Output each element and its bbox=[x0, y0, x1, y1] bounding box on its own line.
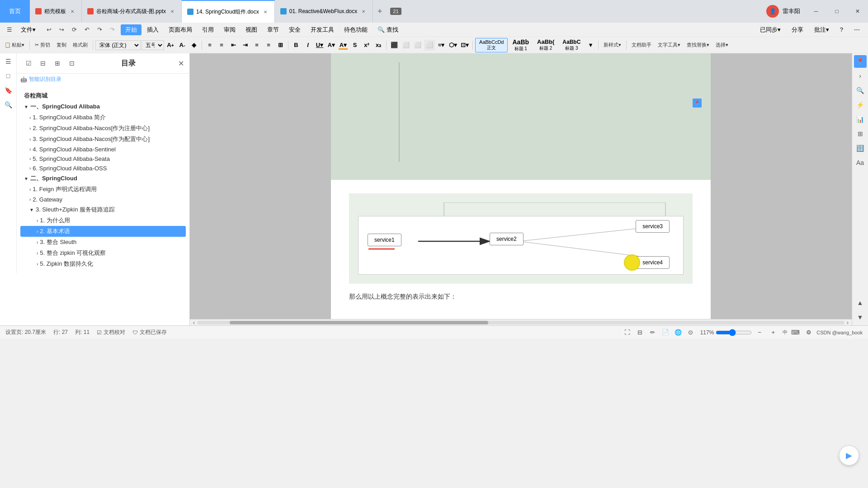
sidebar-search-icon[interactable]: 🔍 bbox=[2, 99, 14, 111]
right-icon-2[interactable]: 🔍 bbox=[854, 84, 867, 97]
cut-button[interactable]: ✂ 剪切 bbox=[32, 41, 53, 49]
menu-insert[interactable]: 插入 bbox=[142, 24, 163, 35]
fullscreen-button[interactable]: ⛶ bbox=[622, 327, 633, 338]
tab-template[interactable]: 稻壳模板 ✕ bbox=[30, 0, 82, 23]
font-color-button[interactable]: A▾ bbox=[326, 40, 337, 51]
toc-item-sleuth-int[interactable]: › 3. 整合 Sleuth bbox=[20, 237, 186, 248]
menu-start[interactable]: 开始 bbox=[121, 24, 142, 35]
toc-item-why[interactable]: › 1. 为什么用 bbox=[20, 215, 186, 226]
redo3-icon[interactable]: ↷ bbox=[106, 24, 118, 36]
list4-button[interactable]: ≡ bbox=[263, 40, 274, 51]
toc-item-1[interactable]: › 1. SpringCloud Alibaba 简介 bbox=[20, 112, 186, 123]
table-button[interactable]: ⊞ bbox=[275, 40, 286, 51]
sidebar-toggle-icon[interactable]: ☰ bbox=[4, 24, 15, 36]
align-left-button[interactable]: ⬛ bbox=[389, 40, 400, 51]
home-tab[interactable]: 首页 bbox=[0, 0, 30, 23]
border-button[interactable]: ⊡▾ bbox=[459, 40, 470, 51]
strikethrough-button[interactable]: S bbox=[349, 40, 360, 51]
copy-button[interactable]: 复制 bbox=[54, 41, 69, 49]
menu-features[interactable]: 待色功能 bbox=[340, 24, 372, 35]
align-center-button[interactable]: ⬜ bbox=[401, 40, 411, 51]
toc-item-feign[interactable]: › 1. Feign 声明式远程调用 bbox=[20, 184, 186, 195]
doc-check-button[interactable]: ☑ 文档校对 bbox=[97, 328, 125, 336]
super-button[interactable]: x² bbox=[361, 40, 372, 51]
line-spacing-button[interactable]: ≡▾ bbox=[436, 40, 447, 51]
list3-button[interactable]: ≡ bbox=[251, 40, 262, 51]
right-icon-1[interactable]: › bbox=[854, 70, 867, 82]
right-icon-bottom-1[interactable]: ▲ bbox=[854, 296, 867, 309]
underline-button[interactable]: U▾ bbox=[314, 40, 325, 51]
font-size-select[interactable]: 五号 bbox=[142, 40, 164, 50]
tab-close-sc[interactable]: ✕ bbox=[262, 8, 269, 15]
toc-item-zipkin[interactable]: › 5. 整合 zipkin 可视化观察 bbox=[20, 248, 186, 258]
menu-file[interactable]: 文件▾ bbox=[16, 24, 40, 35]
horizontal-scrollbar[interactable]: ‹ › bbox=[190, 319, 852, 325]
bullet-list-button[interactable]: ≡ bbox=[204, 40, 215, 51]
scroll-left-button[interactable]: ‹ bbox=[191, 319, 197, 325]
toc-check-icon[interactable]: ☑ bbox=[22, 57, 35, 70]
toc-item-2[interactable]: › 2. SpringCloud Alibaba-Nacos[作为注册中心] bbox=[20, 123, 186, 134]
sidebar-nav-icon[interactable]: ☰ bbox=[2, 55, 14, 68]
toc-collapse-icon[interactable]: ⊟ bbox=[37, 57, 49, 70]
style-h2[interactable]: AaBb( 标题 2 bbox=[533, 38, 558, 52]
toc-item-5[interactable]: › 5. SpringCloud Alibaba-Seata bbox=[20, 154, 186, 164]
format-paint-button[interactable]: 格式刷 bbox=[70, 41, 90, 49]
menu-layout[interactable]: 页面布局 bbox=[164, 24, 197, 35]
font-name-select[interactable]: 宋体 (正文) bbox=[95, 40, 141, 50]
toc-top-item[interactable]: 谷粒商城 bbox=[20, 90, 186, 101]
highlight-button[interactable]: A▾ bbox=[338, 40, 349, 51]
undo-icon[interactable]: ↩ bbox=[43, 24, 55, 36]
web-button[interactable]: 🌐 bbox=[672, 327, 684, 338]
right-icon-4[interactable]: 📊 bbox=[854, 113, 867, 126]
doc-assist-button[interactable]: 文档助手 bbox=[629, 41, 654, 49]
tab-sc[interactable]: 14. SpringCloud组件.docx ✕ bbox=[182, 0, 275, 23]
select-button[interactable]: 选择▾ bbox=[713, 41, 731, 49]
menu-security[interactable]: 安全 bbox=[284, 24, 305, 35]
menu-section[interactable]: 章节 bbox=[263, 24, 283, 35]
numbered-list-button[interactable]: ≡ bbox=[216, 40, 227, 51]
right-icon-6[interactable]: 🔢 bbox=[854, 142, 867, 155]
sub-button[interactable]: x₂ bbox=[373, 40, 384, 51]
align-justify-button[interactable]: ⬜ bbox=[424, 40, 435, 51]
scroll-track[interactable] bbox=[197, 321, 844, 324]
find-replace-button[interactable]: 查找替换▾ bbox=[684, 41, 712, 49]
right-icon-bottom-2[interactable]: ▼ bbox=[854, 311, 867, 324]
float-video-button[interactable]: ▶ bbox=[839, 446, 859, 465]
tab-ppt[interactable]: 谷粒商城-分布式高级-图.pptx ✕ bbox=[82, 0, 182, 23]
dual-page-button[interactable]: ⊟ bbox=[634, 327, 646, 338]
toc-item-zipkin-persist[interactable]: › 5. Zipkin 数据持久化 bbox=[20, 258, 186, 269]
clear-format-button[interactable]: ◈ bbox=[189, 40, 199, 51]
minimize-button[interactable]: ─ bbox=[806, 0, 826, 23]
new-style-button[interactable]: 新样式▾ bbox=[601, 41, 624, 49]
menu-help[interactable]: ? bbox=[835, 25, 848, 34]
menu-devtools[interactable]: 开发工具 bbox=[306, 24, 339, 35]
toc-item-sleuth[interactable]: ▼ 3. Sleuth+Zipkin 服务链路追踪 bbox=[20, 204, 186, 215]
right-icon-3[interactable]: ⚡ bbox=[854, 99, 867, 111]
zoom-slider[interactable] bbox=[716, 329, 752, 336]
read-button[interactable]: 📄 bbox=[660, 327, 671, 338]
text-tool-button[interactable]: 文字工具▾ bbox=[655, 41, 683, 49]
settings-icon[interactable]: ⚙ bbox=[803, 327, 815, 338]
zoom-out-button[interactable]: − bbox=[754, 327, 765, 338]
toc-expand-icon[interactable]: ⊞ bbox=[51, 57, 64, 70]
toc-section-alibaba[interactable]: ▼ 一、SpringCloud Alibaba bbox=[20, 101, 186, 112]
pages-scroll-area[interactable]: 📍 bbox=[190, 53, 852, 319]
sidebar-thumbnails-icon[interactable]: □ bbox=[2, 70, 14, 82]
tab-rw[interactable]: 01. Reactive&WebFlux.docx ✕ bbox=[275, 0, 373, 23]
right-icon-pin[interactable]: 📍 bbox=[854, 55, 867, 68]
more-styles-button[interactable]: ▾ bbox=[585, 40, 596, 51]
edit-button[interactable]: ✏ bbox=[647, 327, 659, 338]
paste-button[interactable]: 📋 粘贴▾ bbox=[2, 41, 27, 49]
sidebar-bookmark-icon[interactable]: 🔖 bbox=[2, 84, 14, 97]
menu-comment[interactable]: 批注▾ bbox=[810, 24, 834, 35]
right-icon-7[interactable]: Aa bbox=[854, 156, 867, 169]
focus-button[interactable]: ⊙ bbox=[685, 327, 697, 338]
tab-close-template[interactable]: ✕ bbox=[69, 8, 76, 15]
toc-item-4[interactable]: › 4. SpringCloud Alibaba-Sentinel bbox=[20, 145, 186, 154]
style-normal[interactable]: AaBbCcDd 正文 bbox=[475, 38, 508, 52]
toc-item-terms[interactable]: › 2. 基本术语 bbox=[20, 226, 186, 237]
bold-button[interactable]: B bbox=[291, 40, 302, 51]
toc-item-gateway[interactable]: › 2. Gateway bbox=[20, 195, 186, 204]
smart-toc-button[interactable]: 🤖 智能识别目录 bbox=[17, 74, 189, 85]
new-tab-button[interactable]: + bbox=[373, 0, 387, 23]
